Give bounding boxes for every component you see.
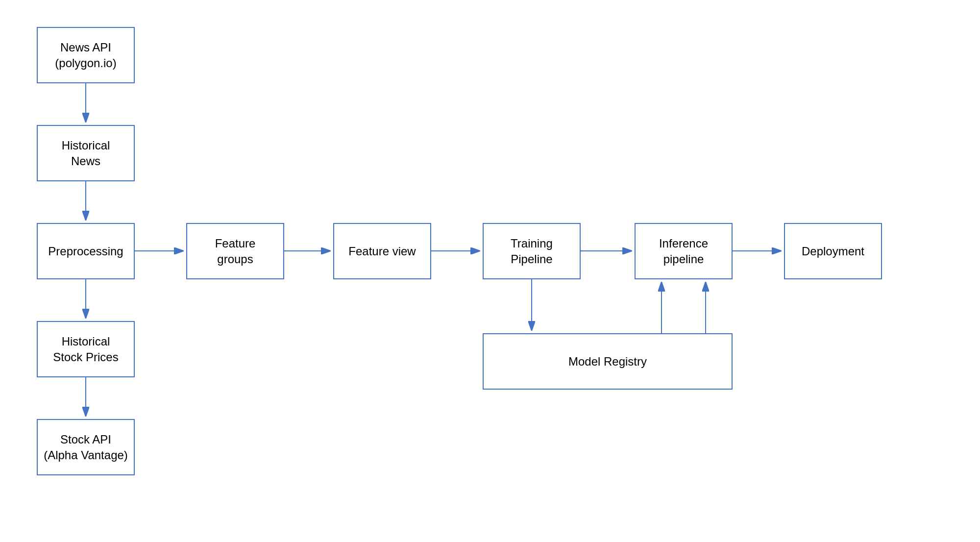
model-registry-node: Model Registry bbox=[483, 333, 733, 390]
feature-view-node: Feature view bbox=[333, 223, 431, 279]
preprocessing-node: Preprocessing bbox=[37, 223, 135, 279]
training-pipeline-node: TrainingPipeline bbox=[483, 223, 581, 279]
feature-groups-node: Featuregroups bbox=[186, 223, 284, 279]
inference-pipeline-node: Inferencepipeline bbox=[635, 223, 733, 279]
historical-news-node: HistoricalNews bbox=[37, 125, 135, 181]
diagram-container: News API(polygon.io) HistoricalNews Prep… bbox=[0, 0, 980, 542]
deployment-node: Deployment bbox=[784, 223, 882, 279]
stock-api-node: Stock API(Alpha Vantage) bbox=[37, 419, 135, 475]
news-api-node: News API(polygon.io) bbox=[37, 27, 135, 83]
historical-stock-node: HistoricalStock Prices bbox=[37, 321, 135, 377]
